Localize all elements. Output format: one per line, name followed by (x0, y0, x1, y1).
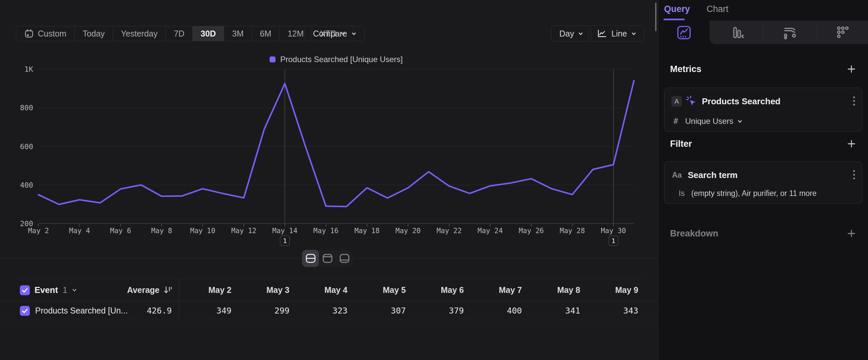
chevron-down-icon (351, 31, 356, 36)
x-axis-label: May 18 (354, 227, 380, 235)
chart-type-label: Line (611, 29, 627, 38)
add-metric-button[interactable] (847, 64, 856, 75)
range-7d[interactable]: 7D (165, 26, 192, 41)
breakdown-heading: Breakdown (670, 228, 718, 239)
day-column-header[interactable]: May 7 (465, 279, 522, 301)
x-axis-label: May 8 (151, 227, 172, 235)
table-row[interactable]: Products Searched [Un... 426.9 349299323… (0, 302, 658, 320)
day-column-header[interactable]: May 3 (233, 279, 289, 301)
range-30d[interactable]: 30D (192, 26, 224, 41)
x-axis-label: May 30 (601, 227, 626, 235)
chart-type-dots-tab[interactable] (816, 21, 868, 44)
metric-name: Products Searched (702, 96, 780, 107)
layout-split-button[interactable] (302, 250, 319, 267)
range-label: 30D (200, 29, 216, 38)
chart-type-bar-tab[interactable] (710, 21, 763, 44)
app: CustomTodayYesterday7D30D3M6M12MXTD Comp… (0, 0, 868, 360)
chart-legend: Products Searched [Unique Users] (38, 55, 634, 64)
legend-swatch (270, 56, 276, 62)
tab-chart[interactable]: Chart (707, 4, 728, 14)
metric-card[interactable]: A Products Searched # Unique Users (664, 88, 862, 132)
day-column-header[interactable]: May 4 (291, 279, 347, 301)
day-column-header[interactable]: May 9 (582, 279, 638, 301)
day-value: 307 (349, 302, 406, 320)
day-column-header[interactable]: May 5 (349, 279, 406, 301)
event-label: Event (34, 285, 58, 295)
filter-card[interactable]: Aa Search term Is (empty string), Air pu… (664, 161, 862, 204)
check-icon (21, 307, 29, 315)
chevron-down-icon (578, 31, 583, 36)
event-count: 1 (63, 285, 67, 295)
day-column-header[interactable]: May 6 (407, 279, 464, 301)
x-axis-label: May 26 (519, 227, 544, 235)
day-value: 299 (233, 302, 289, 320)
x-axis-label: May 16 (313, 227, 339, 235)
event-cursor-icon (686, 95, 697, 107)
kebab-icon (853, 95, 856, 107)
day-column-header[interactable]: May 8 (524, 279, 580, 301)
tab-query[interactable]: Query (664, 4, 690, 14)
y-axis-label: 600 (20, 142, 33, 151)
kebab-icon (853, 169, 856, 181)
day-value: 343 (582, 302, 638, 320)
event-header: Event 1 (20, 279, 77, 301)
add-breakdown-button[interactable] (847, 229, 856, 240)
x-axis-label: May 6 (110, 227, 131, 235)
aggregation-label: Unique Users (685, 116, 733, 126)
chart-type-strip (658, 21, 868, 44)
layout-chart-only-button[interactable] (319, 250, 336, 267)
metrics-heading: Metrics (670, 64, 702, 74)
active-tab-underline (663, 19, 685, 20)
filter-value: (empty string), Air purifier, or 11 more (691, 189, 816, 198)
range-custom[interactable]: Custom (16, 26, 74, 41)
filter-condition-row[interactable]: Is (empty string), Air purifier, or 11 m… (664, 189, 862, 198)
day-column-header[interactable]: May 2 (175, 279, 231, 301)
chart-type-insights-tab[interactable] (658, 21, 710, 44)
layout-bottom-icon (339, 252, 350, 265)
range-label: 6M (260, 29, 272, 38)
main-panel: CustomTodayYesterday7D30D3M6M12MXTD Comp… (0, 0, 658, 360)
granularity-label: Day (559, 29, 574, 38)
insights-line-icon (676, 25, 692, 40)
metric-letter-badge: A (672, 96, 682, 107)
range-3m[interactable]: 3M (224, 26, 252, 41)
layout-table-only-button[interactable] (336, 250, 353, 267)
string-property-icon: Aa (672, 171, 682, 180)
row-checkbox[interactable] (20, 306, 30, 316)
chart-type-flow-tab[interactable] (763, 21, 816, 44)
compare-button[interactable]: Compare (305, 26, 365, 41)
row-average: 426.9 (119, 302, 172, 320)
add-filter-button[interactable] (847, 139, 856, 150)
frozen-column-divider (179, 279, 179, 320)
range-label: Yesterday (121, 29, 157, 38)
x-axis-label: May 22 (437, 227, 462, 235)
range-6m[interactable]: 6M (252, 26, 279, 41)
chevron-down-icon[interactable] (72, 287, 77, 293)
check-icon (21, 286, 29, 295)
x-axis-label: May 4 (69, 227, 90, 235)
sidebar-tabs: Query Chart (664, 4, 728, 14)
filter-menu-button[interactable] (853, 169, 856, 181)
x-axis-label: May 10 (190, 227, 216, 235)
select-all-checkbox[interactable] (20, 285, 30, 295)
sort-icon (163, 286, 173, 295)
annotation-badge-label: 1 (611, 237, 615, 245)
metric-menu-button[interactable] (853, 95, 856, 107)
line-chart-icon (596, 29, 607, 38)
calendar-icon (24, 29, 34, 38)
range-label: Today (83, 29, 105, 38)
x-axis-label: May 12 (231, 227, 256, 235)
x-axis-label: May 20 (396, 227, 421, 235)
metric-aggregation-row[interactable]: # Unique Users (664, 116, 862, 126)
average-header[interactable]: Average (96, 279, 173, 301)
granularity-button[interactable]: Day (551, 26, 591, 41)
y-axis-label: 400 (20, 181, 33, 189)
chart-type-button[interactable]: Line (588, 26, 645, 41)
plus-icon (847, 64, 856, 74)
day-value: 379 (407, 302, 464, 320)
bar-chart-icon (729, 25, 744, 40)
range-yesterday[interactable]: Yesterday (113, 26, 165, 41)
range-today[interactable]: Today (74, 26, 113, 41)
x-axis-label: May 2 (28, 227, 49, 235)
layout-split-icon (305, 252, 317, 265)
